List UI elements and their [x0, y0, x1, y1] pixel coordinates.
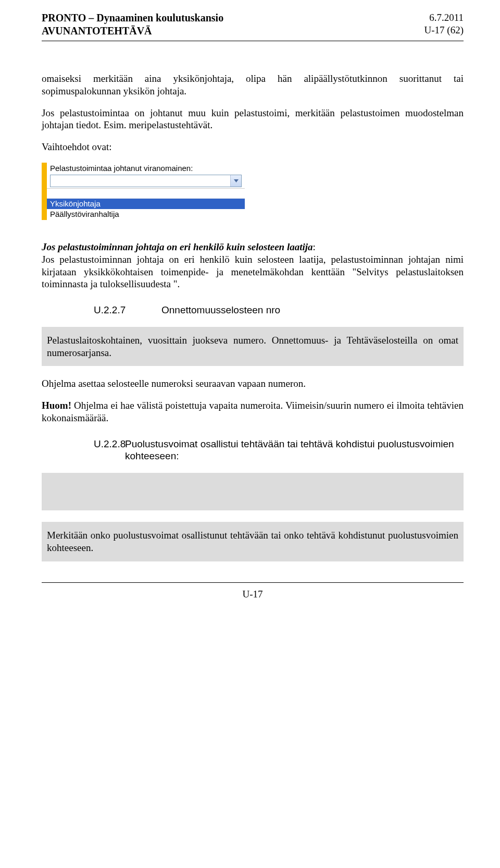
footer-rule: [42, 582, 464, 583]
dropdown-screenshot: Pelastustoimintaa johtanut viranomainen:…: [42, 163, 464, 220]
paragraph-4-rest: Jos pelastustoiminnan johtaja on eri hen…: [42, 254, 464, 290]
gray-box-3: Merkitään onko puolustusvoimat osallistu…: [42, 522, 464, 561]
dropdown-label: Pelastustoimintaa johtanut viranomainen:: [47, 163, 245, 174]
paragraph-5: Ohjelma asettaa selosteelle numeroksi se…: [42, 377, 464, 390]
gray-box-2: [42, 473, 464, 510]
paragraph-6-huom: Huom!: [42, 400, 71, 411]
dropdown-arrow-button[interactable]: [230, 175, 241, 187]
paragraph-2: Jos pelastustoimintaa on johtanut muu ku…: [42, 107, 464, 132]
dropdown-ui: Pelastustoimintaa johtanut viranomainen:…: [42, 163, 245, 220]
header-date: 6.7.2011: [424, 11, 464, 24]
section-heading-227: U.2.2.7 Onnettomuusselosteen nro: [94, 304, 464, 316]
dropdown-option[interactable]: Päällystöviranhaltija: [47, 209, 245, 220]
header-rule: [42, 41, 464, 41]
document-page: PRONTO – Dynaaminen koulutuskansio AVUNA…: [0, 0, 500, 616]
page-header: PRONTO – Dynaaminen koulutuskansio AVUNA…: [42, 11, 464, 38]
header-meta-block: 6.7.2011 U-17 (62): [424, 11, 464, 36]
header-page-of: U-17 (62): [424, 24, 464, 36]
paragraph-6: Huom! Ohjelma ei hae välistä poistettuja…: [42, 399, 464, 424]
dropdown-list: Yksikönjohtaja Päällystöviranhaltija: [47, 188, 245, 221]
colon: :: [313, 241, 316, 252]
dropdown-select[interactable]: [50, 175, 242, 187]
paragraph-1: omaiseksi merkitään aina yksikönjohtaja,…: [42, 72, 464, 97]
section-228-number: U.2.2.8: [57, 438, 125, 450]
gray-box-1: Pelastuslaitoskohtainen, vuosittain juok…: [42, 327, 464, 366]
dropdown-option-blank[interactable]: [47, 189, 245, 199]
paragraph-3: Vaihtoehdot ovat:: [42, 141, 464, 153]
footer-page-number: U-17: [42, 588, 464, 601]
section-227-title: Onnettomuusselosteen nro: [161, 304, 464, 316]
paragraph-4: Jos pelastustoiminnan johtaja on eri hen…: [42, 241, 464, 290]
chevron-down-icon: [234, 179, 239, 182]
header-title-block: PRONTO – Dynaaminen koulutuskansio AVUNA…: [42, 11, 223, 38]
dropdown-selected-value: [51, 175, 230, 187]
header-title-1: PRONTO – Dynaaminen koulutuskansio: [42, 11, 223, 25]
section-227-number: U.2.2.7: [94, 304, 161, 316]
section-heading-228: U.2.2.8 Puolustusvoimat osallistui tehtä…: [57, 438, 464, 463]
paragraph-6-rest: Ohjelma ei hae välistä poistettuja vapai…: [42, 400, 464, 423]
paragraph-4-strong: Jos pelastustoiminnan johtaja on eri hen…: [42, 241, 313, 252]
section-228-title: Puolustusvoimat osallistui tehtävään tai…: [125, 438, 464, 463]
dropdown-option-selected[interactable]: Yksikönjohtaja: [47, 199, 245, 210]
header-title-2: AVUNANTOTEHTÄVÄ: [42, 25, 223, 38]
